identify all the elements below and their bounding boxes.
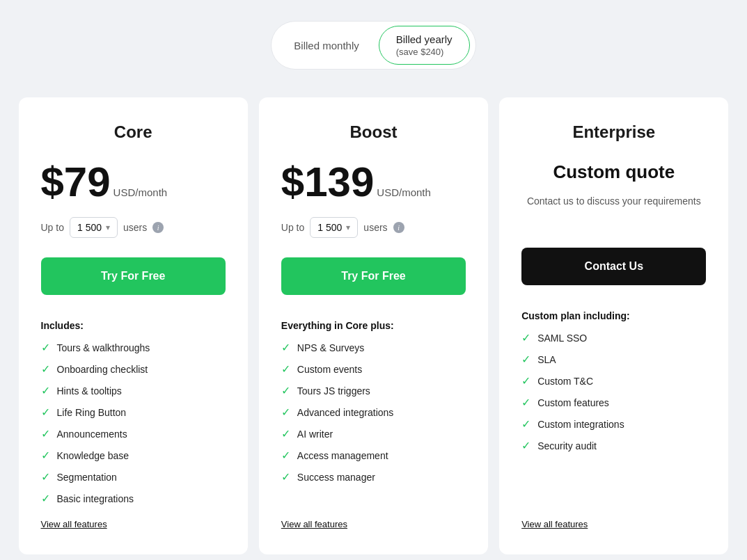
list-item: ✓Custom features (521, 396, 706, 409)
list-item: ✓Security audit (521, 439, 706, 452)
check-icon: ✓ (281, 384, 290, 397)
plan-enterprise: Enterprise Custom quote Contact us to di… (499, 97, 728, 554)
core-users-value: 1 500 (77, 222, 102, 233)
billing-yearly-label: Billed yearly (396, 33, 453, 45)
plan-boost: Boost $139 USD/month Up to 1 500 ▾ users… (259, 97, 488, 554)
list-item: ✓SAML SSO (521, 331, 706, 344)
billing-toggle: Billed monthly Billed yearly (save $240) (271, 21, 475, 70)
list-item: ✓Custom T&C (521, 374, 706, 387)
enterprise-custom-quote: Custom quote (521, 161, 706, 183)
boost-view-all-link[interactable]: View all features (281, 519, 466, 529)
enterprise-features-label: Custom plan including: (521, 310, 706, 321)
check-icon: ✓ (281, 362, 290, 376)
check-icon: ✓ (41, 406, 50, 419)
boost-info-icon[interactable]: i (393, 222, 404, 233)
check-icon: ✓ (281, 341, 290, 354)
list-item: ✓Segmentation (41, 470, 226, 483)
core-price-unit: USD/month (113, 186, 168, 198)
list-item: ✓Access management (281, 449, 466, 462)
core-users-label: users (123, 222, 147, 233)
boost-price-unit: USD/month (377, 186, 431, 198)
core-user-select[interactable]: 1 500 ▾ (70, 217, 118, 238)
billing-yearly-save: (save $240) (396, 47, 444, 57)
list-item: ✓Custom events (281, 362, 466, 376)
enterprise-cta-button[interactable]: Contact Us (521, 248, 706, 285)
boost-users-value: 1 500 (317, 222, 342, 233)
billing-monthly[interactable]: Billed monthly (277, 33, 375, 58)
check-icon: ✓ (521, 396, 530, 409)
enterprise-view-all-link[interactable]: View all features (521, 519, 706, 529)
list-item: ✓Custom integrations (521, 417, 706, 431)
list-item: ✓SLA (521, 353, 706, 366)
core-view-all-link[interactable]: View all features (41, 519, 226, 529)
billing-monthly-label: Billed monthly (294, 40, 359, 51)
check-icon: ✓ (41, 492, 50, 505)
list-item: ✓Basic integrations (41, 492, 226, 505)
billing-yearly[interactable]: Billed yearly (save $240) (379, 26, 470, 65)
enterprise-feature-list: ✓SAML SSO ✓SLA ✓Custom T&C ✓Custom featu… (521, 331, 706, 505)
check-icon: ✓ (41, 449, 50, 462)
list-item: ✓Tours & walkthroughs (41, 341, 226, 354)
boost-up-to: Up to (281, 222, 304, 233)
list-item: ✓Tours JS triggers (281, 384, 466, 397)
list-item: ✓Life Ring Button (41, 406, 226, 419)
core-up-to: Up to (41, 222, 64, 233)
enterprise-price-area: Custom quote Contact us to discuss your … (521, 161, 706, 231)
list-item: ✓Success manager (281, 470, 466, 483)
check-icon: ✓ (521, 331, 530, 344)
plans-container: Core $79 USD/month Up to 1 500 ▾ users i… (19, 97, 729, 554)
list-item: ✓Hints & tooltips (41, 384, 226, 397)
core-user-selector: Up to 1 500 ▾ users i (41, 217, 226, 238)
list-item: ✓Announcements (41, 427, 226, 440)
boost-cta-button[interactable]: Try For Free (281, 257, 466, 295)
boost-feature-list: ✓NPS & Surveys ✓Custom events ✓Tours JS … (281, 341, 466, 505)
boost-user-selector: Up to 1 500 ▾ users i (281, 217, 466, 238)
check-icon: ✓ (281, 427, 290, 440)
boost-select-arrow-icon: ▾ (346, 223, 350, 232)
check-icon: ✓ (281, 406, 290, 419)
check-icon: ✓ (41, 362, 50, 376)
check-icon: ✓ (281, 470, 290, 483)
list-item: ✓NPS & Surveys (281, 341, 466, 354)
boost-title: Boost (281, 122, 466, 142)
enterprise-custom-desc: Contact us to discuss your requirements (521, 194, 706, 209)
boost-price-amount: $139 (281, 161, 374, 203)
check-icon: ✓ (521, 374, 530, 387)
check-icon: ✓ (41, 427, 50, 440)
check-icon: ✓ (41, 384, 50, 397)
list-item: ✓Advanced integrations (281, 406, 466, 419)
list-item: ✓Knowledge base (41, 449, 226, 462)
boost-features-label: Everything in Core plus: (281, 320, 466, 331)
check-icon: ✓ (41, 470, 50, 483)
core-features-label: Includes: (41, 320, 226, 331)
boost-user-select[interactable]: 1 500 ▾ (310, 217, 358, 238)
check-icon: ✓ (521, 417, 530, 431)
core-price-amount: $79 (41, 161, 111, 203)
core-feature-list: ✓Tours & walkthroughs ✓Onboarding checkl… (41, 341, 226, 505)
enterprise-title: Enterprise (521, 122, 706, 142)
core-price-area: $79 USD/month (41, 161, 226, 203)
core-select-arrow-icon: ▾ (106, 223, 110, 232)
boost-price-area: $139 USD/month (281, 161, 466, 203)
core-title: Core (41, 122, 226, 142)
boost-users-label: users (363, 222, 387, 233)
list-item: ✓AI writer (281, 427, 466, 440)
core-info-icon[interactable]: i (152, 222, 164, 233)
core-cta-button[interactable]: Try For Free (41, 257, 226, 295)
check-icon: ✓ (281, 449, 290, 462)
check-icon: ✓ (521, 353, 530, 366)
check-icon: ✓ (41, 341, 50, 354)
check-icon: ✓ (521, 439, 530, 452)
plan-core: Core $79 USD/month Up to 1 500 ▾ users i… (19, 97, 248, 554)
list-item: ✓Onboarding checklist (41, 362, 226, 376)
